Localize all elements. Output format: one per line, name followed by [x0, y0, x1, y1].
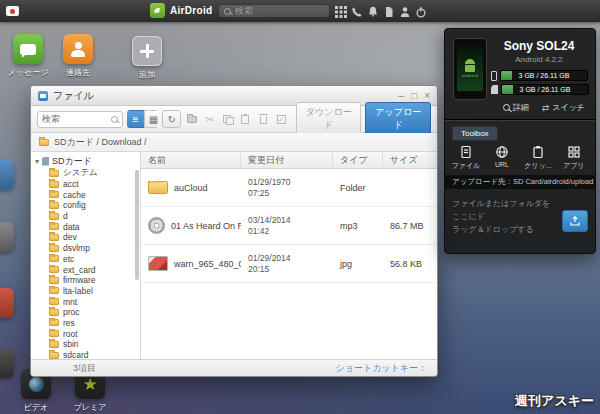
partial-desktop-icon[interactable] [0, 222, 14, 252]
tool-file[interactable]: ファイル [448, 145, 484, 171]
folder-icon [49, 213, 59, 220]
tool-clipboard[interactable]: クリッ... [520, 145, 556, 171]
desktop-icon-add[interactable]: 追加 [123, 36, 171, 80]
folder-icon [49, 245, 59, 252]
table-row[interactable]: auCloud 01/29/197007:25 Folder [141, 169, 437, 207]
toolbox-tab[interactable]: Toolbox [452, 126, 498, 141]
partial-desktop-icon[interactable] [0, 348, 14, 378]
language-flag-icon[interactable] [6, 6, 19, 16]
upload-dropzone[interactable]: ファイルまたはフォルダをここにド ラッグ＆ドロップする [445, 189, 595, 253]
tree-item[interactable]: システム [31, 168, 140, 179]
messages-icon [13, 34, 43, 64]
files-icon[interactable] [382, 5, 395, 18]
folder-icon [49, 319, 59, 326]
refresh-button[interactable]: ↻ [162, 110, 181, 128]
maximize-icon[interactable]: □ [411, 91, 417, 101]
tree-item[interactable]: sdcard [31, 350, 140, 359]
tree-item[interactable]: proc [31, 307, 140, 318]
tree-item-label: sdcard [63, 350, 89, 359]
status-bar: 3項目 ショートカットキー： [31, 359, 437, 376]
device-actions: 詳細 ⇄スイッチ [503, 102, 585, 113]
tree-item[interactable]: firmware [31, 275, 140, 286]
column-type[interactable]: タイプ [333, 152, 383, 168]
dropzone-line2: ラッグ＆ドロップする [452, 223, 558, 236]
switch-button[interactable]: ⇄スイッチ [542, 102, 585, 113]
table-row[interactable]: warn_965_480_01_x480.jpg 01/29/201420:15… [141, 245, 437, 283]
chevron-down-icon[interactable]: ▾ [35, 157, 39, 166]
topbar-icons [334, 5, 427, 18]
tree-item[interactable]: ext_card [31, 264, 140, 275]
column-date[interactable]: 変更日付 [241, 152, 333, 168]
new-folder-icon[interactable] [185, 110, 199, 128]
phone-icon[interactable] [350, 5, 363, 18]
tree-scrollbar[interactable] [135, 170, 139, 280]
tree-root-sdcard[interactable]: ▾ SDカード [31, 154, 140, 168]
mp3-file-icon [148, 217, 165, 234]
select-all-icon[interactable]: ✓ [274, 110, 288, 128]
apps-grid-icon[interactable] [334, 5, 347, 18]
divider [445, 119, 595, 120]
storage-value: 3 GB / 26.11 GB [502, 85, 588, 94]
minimize-icon[interactable]: – [399, 91, 405, 101]
grid-view-button[interactable]: ▦ [144, 110, 158, 128]
folder-icon [49, 287, 59, 294]
topbar-search-input[interactable] [235, 6, 319, 16]
tree-item[interactable]: sbin [31, 339, 140, 350]
column-size[interactable]: サイズ [383, 152, 437, 168]
details-button[interactable]: 詳細 [503, 102, 529, 113]
upload-files-button[interactable] [562, 210, 588, 232]
column-name[interactable]: 名前 [141, 152, 241, 168]
tree-item-label: ext_card [63, 265, 96, 275]
tree-item[interactable]: d [31, 211, 140, 222]
tree-item[interactable]: etc [31, 254, 140, 265]
tool-url[interactable]: URL [484, 145, 520, 171]
file-window-icon [38, 91, 48, 101]
tool-apps[interactable]: アプリ [556, 145, 592, 171]
file-toolbar: ≡ ▦ ↻ ✂ ✓ ダウンロード アップロード [31, 106, 437, 133]
desktop-icon-messages[interactable]: メッセージ [4, 34, 52, 78]
desktop-icon-label: 連絡先 [66, 67, 90, 78]
download-button[interactable]: ダウンロード [296, 102, 362, 136]
shortcut-keys-link[interactable]: ショートカットキー： [336, 362, 427, 375]
storage-value: 3 GB / 26.11 GB [501, 71, 587, 80]
user-account-icon[interactable] [398, 5, 411, 18]
tree-item[interactable]: dsvlmp [31, 243, 140, 254]
close-icon[interactable]: × [424, 91, 430, 101]
search-icon [224, 8, 231, 15]
notifications-bell-icon[interactable] [366, 5, 379, 18]
upload-button[interactable]: アップロード [365, 102, 431, 136]
tree-item[interactable]: acct [31, 179, 140, 190]
file-date: 01/29/1970 [248, 177, 291, 188]
tree-item[interactable]: lta-label [31, 286, 140, 297]
dropzone-text: ファイルまたはフォルダをここにド ラッグ＆ドロップする [452, 197, 558, 236]
internal-storage: 3 GB / 26.11 GB [491, 70, 588, 81]
copy-icon[interactable] [221, 110, 235, 128]
list-view-button[interactable]: ≡ [127, 110, 145, 128]
tree-item[interactable]: cache [31, 189, 140, 200]
tree-item[interactable]: dev [31, 232, 140, 243]
partial-desktop-icon[interactable] [0, 288, 14, 318]
tree-item[interactable]: root [31, 328, 140, 339]
cut-icon[interactable]: ✂ [203, 110, 217, 128]
delete-icon[interactable] [256, 110, 270, 128]
tree-item[interactable]: data [31, 221, 140, 232]
switch-label: スイッチ [552, 102, 585, 113]
breadcrumb[interactable]: SDカード / Download / [54, 136, 146, 149]
desktop-icon-label: 追加 [139, 69, 155, 80]
folder-icon [49, 266, 59, 273]
folder-icon [49, 181, 59, 188]
tree-root-label: SDカード [52, 155, 92, 168]
file-search-input[interactable] [42, 114, 108, 124]
tree-item[interactable]: res [31, 318, 140, 329]
paste-icon[interactable] [239, 110, 253, 128]
table-row[interactable]: 01 As Heard On Radio Soulwax - Part 1.mp… [141, 207, 437, 245]
folder-icon [49, 341, 59, 348]
tree-item-label: d [63, 211, 68, 221]
phone-thumbnail[interactable]: android [453, 38, 487, 100]
desktop-icon-contacts[interactable]: 連絡先 [54, 34, 102, 78]
power-icon[interactable] [414, 5, 427, 18]
tree-item[interactable]: config [31, 200, 140, 211]
tree-item[interactable]: mnt [31, 296, 140, 307]
partial-desktop-icon[interactable] [0, 160, 14, 190]
tree-item-label: システム [63, 167, 98, 179]
